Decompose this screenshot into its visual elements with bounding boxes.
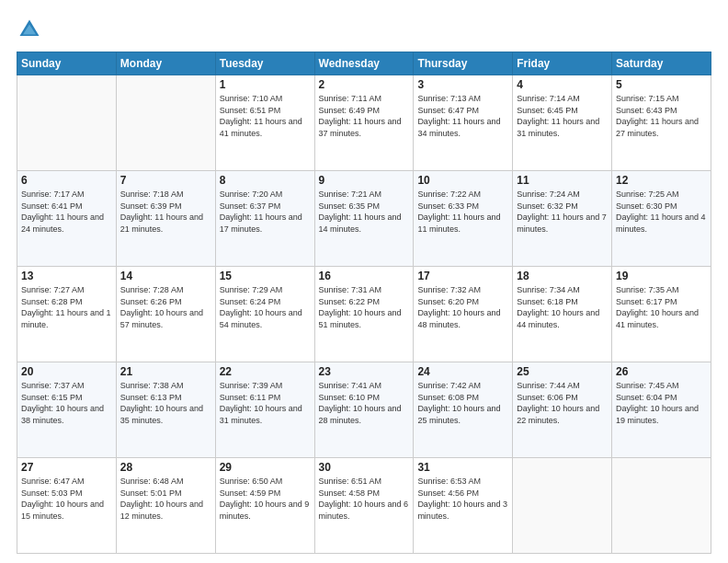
day-info: Sunrise: 6:53 AM Sunset: 4:56 PM Dayligh… xyxy=(417,476,508,522)
day-number: 18 xyxy=(517,270,608,282)
calendar-cell: 30Sunrise: 6:51 AM Sunset: 4:58 PM Dayli… xyxy=(314,458,414,554)
day-number: 30 xyxy=(319,461,410,474)
weekday-header: Sunday xyxy=(17,52,117,75)
day-number: 4 xyxy=(517,78,608,91)
day-info: Sunrise: 7:25 AM Sunset: 6:30 PM Dayligh… xyxy=(616,189,707,235)
calendar-cell: 27Sunrise: 6:47 AM Sunset: 5:03 PM Dayli… xyxy=(17,458,117,554)
day-info: Sunrise: 6:51 AM Sunset: 4:58 PM Dayligh… xyxy=(319,476,410,522)
calendar-cell: 16Sunrise: 7:31 AM Sunset: 6:22 PM Dayli… xyxy=(314,267,414,362)
day-number: 14 xyxy=(120,270,211,282)
calendar-cell xyxy=(116,75,215,171)
day-info: Sunrise: 7:18 AM Sunset: 6:39 PM Dayligh… xyxy=(120,189,211,235)
day-number: 26 xyxy=(616,365,707,378)
calendar-cell xyxy=(513,458,612,554)
day-info: Sunrise: 7:17 AM Sunset: 6:41 PM Dayligh… xyxy=(21,189,112,235)
calendar-cell xyxy=(612,458,711,554)
calendar-cell: 6Sunrise: 7:17 AM Sunset: 6:41 PM Daylig… xyxy=(17,171,117,267)
weekday-header: Tuesday xyxy=(215,52,314,75)
calendar-cell: 10Sunrise: 7:22 AM Sunset: 6:33 PM Dayli… xyxy=(414,171,513,267)
day-number: 3 xyxy=(417,78,508,91)
day-number: 22 xyxy=(220,365,311,378)
day-number: 13 xyxy=(21,270,112,282)
day-number: 15 xyxy=(220,270,311,282)
day-info: Sunrise: 7:10 AM Sunset: 6:51 PM Dayligh… xyxy=(220,93,311,139)
calendar-cell: 20Sunrise: 7:37 AM Sunset: 6:15 PM Dayli… xyxy=(17,362,117,458)
calendar-cell: 7Sunrise: 7:18 AM Sunset: 6:39 PM Daylig… xyxy=(116,171,215,267)
calendar-cell: 12Sunrise: 7:25 AM Sunset: 6:30 PM Dayli… xyxy=(612,171,711,267)
day-info: Sunrise: 7:44 AM Sunset: 6:06 PM Dayligh… xyxy=(517,380,608,426)
day-number: 28 xyxy=(120,461,211,474)
calendar-cell: 1Sunrise: 7:10 AM Sunset: 6:51 PM Daylig… xyxy=(215,75,314,171)
day-info: Sunrise: 7:38 AM Sunset: 6:13 PM Dayligh… xyxy=(120,380,211,426)
calendar-cell: 26Sunrise: 7:45 AM Sunset: 6:04 PM Dayli… xyxy=(612,362,711,458)
day-number: 10 xyxy=(417,174,508,187)
calendar-cell: 22Sunrise: 7:39 AM Sunset: 6:11 PM Dayli… xyxy=(215,362,314,458)
calendar-cell: 15Sunrise: 7:29 AM Sunset: 6:24 PM Dayli… xyxy=(215,267,314,362)
logo-icon xyxy=(17,17,42,42)
day-number: 17 xyxy=(417,270,508,282)
calendar-table: SundayMondayTuesdayWednesdayThursdayFrid… xyxy=(17,52,711,554)
calendar-week-row: 6Sunrise: 7:17 AM Sunset: 6:41 PM Daylig… xyxy=(17,171,711,267)
day-info: Sunrise: 7:11 AM Sunset: 6:49 PM Dayligh… xyxy=(319,93,410,139)
header xyxy=(17,17,711,42)
day-info: Sunrise: 6:50 AM Sunset: 4:59 PM Dayligh… xyxy=(220,476,311,522)
day-info: Sunrise: 7:45 AM Sunset: 6:04 PM Dayligh… xyxy=(616,380,707,426)
logo xyxy=(17,17,46,42)
calendar-cell: 9Sunrise: 7:21 AM Sunset: 6:35 PM Daylig… xyxy=(314,171,414,267)
calendar-cell: 2Sunrise: 7:11 AM Sunset: 6:49 PM Daylig… xyxy=(314,75,414,171)
calendar-cell: 25Sunrise: 7:44 AM Sunset: 6:06 PM Dayli… xyxy=(513,362,612,458)
day-number: 21 xyxy=(120,365,211,378)
day-number: 11 xyxy=(517,174,608,187)
calendar-cell: 4Sunrise: 7:14 AM Sunset: 6:45 PM Daylig… xyxy=(513,75,612,171)
day-number: 2 xyxy=(319,78,410,91)
day-info: Sunrise: 7:21 AM Sunset: 6:35 PM Dayligh… xyxy=(319,189,410,235)
calendar-cell: 28Sunrise: 6:48 AM Sunset: 5:01 PM Dayli… xyxy=(116,458,215,554)
day-number: 5 xyxy=(616,78,707,91)
weekday-header: Thursday xyxy=(414,52,513,75)
day-number: 12 xyxy=(616,174,707,187)
day-number: 27 xyxy=(21,461,112,474)
calendar-cell: 31Sunrise: 6:53 AM Sunset: 4:56 PM Dayli… xyxy=(414,458,513,554)
day-number: 25 xyxy=(517,365,608,378)
calendar-week-row: 13Sunrise: 7:27 AM Sunset: 6:28 PM Dayli… xyxy=(17,267,711,362)
day-number: 29 xyxy=(220,461,311,474)
day-info: Sunrise: 7:22 AM Sunset: 6:33 PM Dayligh… xyxy=(417,189,508,235)
day-number: 9 xyxy=(319,174,410,187)
calendar-cell: 5Sunrise: 7:15 AM Sunset: 6:43 PM Daylig… xyxy=(612,75,711,171)
calendar-cell xyxy=(17,75,117,171)
day-info: Sunrise: 7:41 AM Sunset: 6:10 PM Dayligh… xyxy=(319,380,410,426)
day-info: Sunrise: 7:20 AM Sunset: 6:37 PM Dayligh… xyxy=(220,189,311,235)
calendar-cell: 24Sunrise: 7:42 AM Sunset: 6:08 PM Dayli… xyxy=(414,362,513,458)
calendar-cell: 19Sunrise: 7:35 AM Sunset: 6:17 PM Dayli… xyxy=(612,267,711,362)
day-number: 24 xyxy=(417,365,508,378)
day-info: Sunrise: 6:48 AM Sunset: 5:01 PM Dayligh… xyxy=(120,476,211,522)
calendar-cell: 21Sunrise: 7:38 AM Sunset: 6:13 PM Dayli… xyxy=(116,362,215,458)
day-info: Sunrise: 7:14 AM Sunset: 6:45 PM Dayligh… xyxy=(517,93,608,139)
day-info: Sunrise: 7:37 AM Sunset: 6:15 PM Dayligh… xyxy=(21,380,112,426)
calendar-cell: 3Sunrise: 7:13 AM Sunset: 6:47 PM Daylig… xyxy=(414,75,513,171)
weekday-header: Wednesday xyxy=(314,52,414,75)
calendar-cell: 13Sunrise: 7:27 AM Sunset: 6:28 PM Dayli… xyxy=(17,267,117,362)
day-info: Sunrise: 7:15 AM Sunset: 6:43 PM Dayligh… xyxy=(616,93,707,139)
page: SundayMondayTuesdayWednesdayThursdayFrid… xyxy=(0,0,728,563)
day-info: Sunrise: 7:29 AM Sunset: 6:24 PM Dayligh… xyxy=(220,284,311,330)
day-number: 7 xyxy=(120,174,211,187)
day-number: 8 xyxy=(220,174,311,187)
calendar-week-row: 1Sunrise: 7:10 AM Sunset: 6:51 PM Daylig… xyxy=(17,75,711,171)
day-info: Sunrise: 7:32 AM Sunset: 6:20 PM Dayligh… xyxy=(417,284,508,330)
calendar-cell: 23Sunrise: 7:41 AM Sunset: 6:10 PM Dayli… xyxy=(314,362,414,458)
calendar-header-row: SundayMondayTuesdayWednesdayThursdayFrid… xyxy=(17,52,711,75)
calendar-cell: 18Sunrise: 7:34 AM Sunset: 6:18 PM Dayli… xyxy=(513,267,612,362)
day-info: Sunrise: 7:28 AM Sunset: 6:26 PM Dayligh… xyxy=(120,284,211,330)
day-number: 23 xyxy=(319,365,410,378)
calendar-cell: 11Sunrise: 7:24 AM Sunset: 6:32 PM Dayli… xyxy=(513,171,612,267)
day-number: 1 xyxy=(220,78,311,91)
day-number: 16 xyxy=(319,270,410,282)
day-info: Sunrise: 7:24 AM Sunset: 6:32 PM Dayligh… xyxy=(517,189,608,235)
day-info: Sunrise: 7:27 AM Sunset: 6:28 PM Dayligh… xyxy=(21,284,112,330)
day-number: 31 xyxy=(417,461,508,474)
day-info: Sunrise: 7:35 AM Sunset: 6:17 PM Dayligh… xyxy=(616,284,707,330)
calendar-cell: 8Sunrise: 7:20 AM Sunset: 6:37 PM Daylig… xyxy=(215,171,314,267)
calendar-week-row: 27Sunrise: 6:47 AM Sunset: 5:03 PM Dayli… xyxy=(17,458,711,554)
weekday-header: Saturday xyxy=(612,52,711,75)
